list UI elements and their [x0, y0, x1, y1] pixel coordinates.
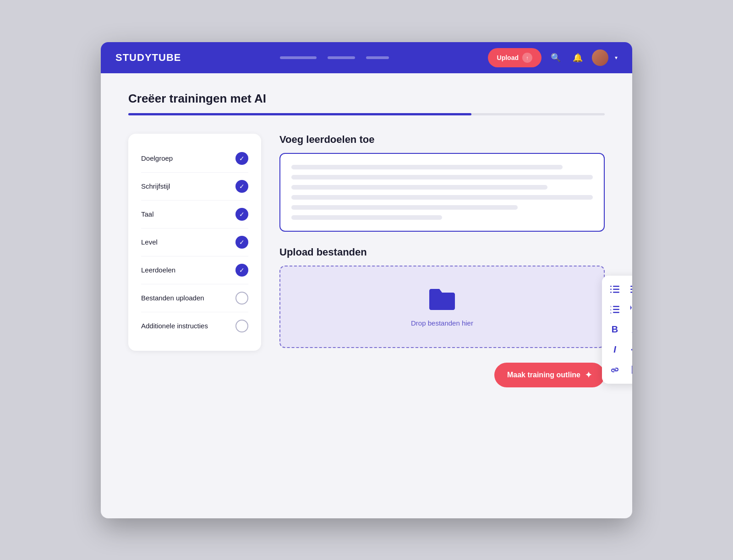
placeholder-line-3 — [291, 185, 547, 190]
check-circle-level: ✓ — [235, 236, 248, 249]
leerdoelen-title: Voeg leerdoelen toe — [279, 134, 605, 146]
svg-text:3.: 3. — [610, 311, 612, 314]
leerdoelen-text-area[interactable] — [279, 153, 605, 232]
upload-button-label: Upload — [497, 54, 519, 61]
checklist-item-taal[interactable]: Taal ✓ — [141, 201, 248, 228]
floating-toolbar: 1.2.3. B U I </> — [602, 276, 632, 384]
drop-text: Drop bestanden hier — [411, 319, 473, 327]
nav-link-2[interactable] — [328, 56, 355, 59]
checklist-item-leerdoelen[interactable]: Leerdoelen ✓ — [141, 256, 248, 284]
svg-rect-10 — [613, 306, 619, 307]
checklist-item-doelgroep[interactable]: Doelgroep ✓ — [141, 145, 248, 173]
notification-button[interactable]: 🔔 — [570, 50, 585, 65]
underline-icon[interactable]: U — [629, 323, 632, 336]
svg-rect-5 — [610, 292, 612, 293]
check-circle-bestanden — [235, 292, 248, 304]
check-circle-taal: ✓ — [235, 208, 248, 221]
svg-text:2.: 2. — [610, 309, 612, 311]
svg-rect-6 — [630, 286, 632, 287]
checklist-item-bestanden[interactable]: Bestanden uploaden — [141, 284, 248, 312]
logo: STUDYTUBE — [115, 52, 181, 64]
checklist-label-taal: Taal — [141, 210, 154, 218]
checklist-item-schrijfstijl[interactable]: Schrijfstijl ✓ — [141, 173, 248, 201]
avatar[interactable] — [592, 49, 608, 66]
svg-rect-1 — [613, 288, 619, 290]
svg-rect-2 — [613, 292, 619, 293]
placeholder-line-6 — [291, 215, 442, 220]
ordered-list-icon[interactable]: 1.2.3. — [608, 303, 621, 316]
nav-actions: Upload ↑ 🔍 🔔 ▾ — [488, 48, 618, 67]
attach-icon[interactable] — [629, 364, 632, 376]
svg-rect-3 — [610, 286, 612, 287]
svg-rect-8 — [630, 292, 632, 293]
upload-arrow-icon: ↑ — [522, 53, 532, 63]
code-icon[interactable]: </> — [629, 343, 632, 356]
link-icon[interactable] — [608, 364, 621, 376]
page-title: Creëer trainingen met AI — [128, 92, 605, 106]
svg-marker-19 — [630, 305, 632, 310]
action-row: Maak training outline ✦ — [279, 363, 605, 387]
checklist-label-leerdoelen: Leerdoelen — [141, 266, 175, 274]
make-outline-label: Maak training outline — [507, 371, 580, 379]
svg-rect-11 — [613, 309, 619, 310]
nav-links — [192, 56, 476, 59]
svg-rect-12 — [613, 312, 619, 313]
page-content: Creëer trainingen met AI Doelgroep ✓ Sch… — [101, 73, 632, 415]
avatar-image — [592, 49, 608, 66]
search-icon: 🔍 — [551, 53, 561, 63]
check-circle-leerdoelen: ✓ — [235, 264, 248, 277]
placeholder-line-1 — [291, 165, 563, 169]
progress-bar-fill — [128, 113, 471, 115]
checklist-label-doelgroep: Doelgroep — [141, 154, 173, 162]
folder-icon — [427, 286, 457, 312]
check-circle-schrijfstijl: ✓ — [235, 180, 248, 193]
navbar: STUDYTUBE Upload ↑ 🔍 🔔 ▾ — [101, 42, 632, 73]
svg-rect-4 — [610, 288, 612, 290]
check-circle-instructies — [235, 320, 248, 332]
indent-icon[interactable] — [629, 303, 632, 316]
checklist-label-bestanden: Bestanden uploaden — [141, 294, 204, 302]
italic-icon[interactable]: I — [608, 343, 621, 356]
upload-drop-zone[interactable]: Drop bestanden hier — [279, 266, 605, 348]
checklist-label-instructies: Additionele instructies — [141, 322, 208, 330]
upload-button[interactable]: Upload ↑ — [488, 48, 542, 67]
svg-rect-7 — [630, 288, 632, 290]
upload-title: Upload bestanden — [279, 246, 605, 258]
bell-icon: 🔔 — [573, 53, 583, 63]
progress-bar-container — [128, 113, 605, 115]
placeholder-lines — [291, 165, 593, 220]
main-layout: Doelgroep ✓ Schrijfstijl ✓ Taal ✓ Level … — [128, 134, 605, 387]
checklist-item-level[interactable]: Level ✓ — [141, 228, 248, 256]
checklist-label-level: Level — [141, 238, 158, 246]
search-button[interactable]: 🔍 — [548, 50, 563, 65]
nav-link-1[interactable] — [280, 56, 317, 59]
check-circle-doelgroep: ✓ — [235, 152, 248, 165]
list-icon[interactable] — [608, 283, 621, 296]
placeholder-line-2 — [291, 175, 593, 179]
placeholder-line-4 — [291, 195, 593, 200]
bold-icon[interactable]: B — [608, 323, 621, 336]
make-outline-button[interactable]: Maak training outline ✦ — [494, 363, 605, 387]
left-panel: Doelgroep ✓ Schrijfstijl ✓ Taal ✓ Level … — [128, 134, 261, 351]
checklist-item-instructies[interactable]: Additionele instructies — [141, 312, 248, 340]
user-dropdown-arrow[interactable]: ▾ — [615, 54, 618, 61]
svg-text:1.: 1. — [610, 305, 612, 308]
checklist-label-schrijfstijl: Schrijfstijl — [141, 182, 170, 190]
nav-link-3[interactable] — [366, 56, 389, 59]
adjust-list-icon[interactable] — [629, 283, 632, 296]
right-panel: Voeg leerdoelen toe Upload bestanden — [279, 134, 605, 387]
wand-icon: ✦ — [585, 370, 592, 380]
svg-rect-0 — [613, 286, 619, 287]
placeholder-line-5 — [291, 205, 518, 210]
